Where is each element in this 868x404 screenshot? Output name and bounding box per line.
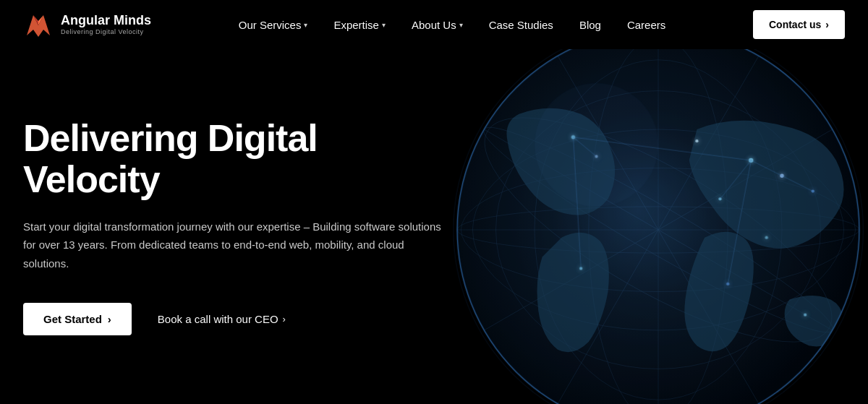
logo[interactable]: Angular Minds Delivering Digital Velocit…	[23, 9, 151, 40]
arrow-right-icon: ›	[108, 313, 111, 325]
svg-point-38	[535, 83, 658, 207]
globe-svg	[405, 49, 868, 404]
chevron-down-icon: ▾	[382, 21, 386, 29]
get-started-button[interactable]: Get Started ›	[23, 303, 132, 335]
nav-link-expertise[interactable]: Expertise ▾	[333, 19, 386, 31]
svg-point-28	[804, 313, 807, 316]
nav-link-blog[interactable]: Blog	[579, 19, 601, 31]
brand-tagline: Delivering Digital Velocity	[61, 28, 151, 35]
nav-item-about[interactable]: About Us ▾	[412, 19, 463, 31]
contact-button[interactable]: Contact us ›	[753, 10, 845, 39]
globe-visual	[405, 49, 868, 404]
book-call-button[interactable]: Book a call with our CEO ›	[158, 313, 286, 325]
svg-point-30	[765, 236, 768, 239]
nav-link-careers[interactable]: Careers	[627, 19, 665, 31]
hero-cta-group: Get Started › Book a call with our CEO ›	[23, 303, 457, 335]
nav-item-case-studies[interactable]: Case Studies	[489, 19, 553, 31]
arrow-right-icon: ›	[283, 314, 286, 325]
arrow-right-icon: ›	[825, 19, 829, 30]
nav-link-about[interactable]: About Us ▾	[412, 19, 463, 31]
brand-name: Angular Minds	[61, 14, 151, 28]
svg-point-29	[695, 139, 698, 142]
hero-section: Delivering Digital Velocity Start your d…	[0, 49, 868, 404]
svg-marker-0	[27, 15, 50, 37]
nav-item-expertise[interactable]: Expertise ▾	[333, 19, 386, 31]
chevron-down-icon: ▾	[459, 21, 463, 29]
nav-item-services[interactable]: Our Services ▾	[239, 19, 308, 31]
chevron-down-icon: ▾	[304, 21, 307, 29]
nav-item-careers[interactable]: Careers	[627, 19, 665, 31]
hero-title: Delivering Digital Velocity	[23, 118, 457, 200]
navbar: Angular Minds Delivering Digital Velocit…	[0, 0, 868, 49]
logo-text-block: Angular Minds Delivering Digital Velocit…	[61, 14, 151, 35]
nav-link-case-studies[interactable]: Case Studies	[489, 19, 553, 31]
nav-link-services[interactable]: Our Services ▾	[239, 19, 308, 31]
nav-item-blog[interactable]: Blog	[579, 19, 601, 31]
nav-links: Our Services ▾ Expertise ▾ About Us ▾ Ca…	[239, 19, 666, 31]
hero-subtitle: Start your digital transformation journe…	[23, 218, 443, 273]
hero-content: Delivering Digital Velocity Start your d…	[23, 118, 457, 336]
logo-icon	[23, 9, 54, 40]
